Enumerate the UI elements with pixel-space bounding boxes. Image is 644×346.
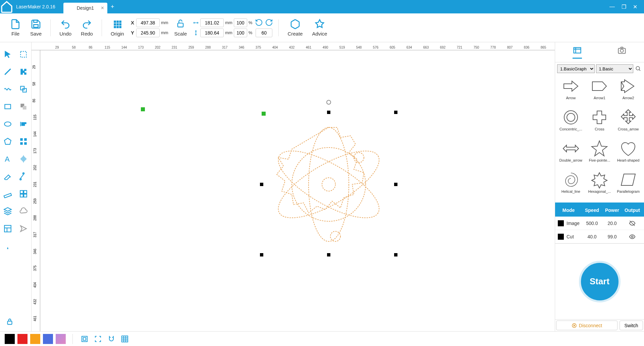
curve-tool[interactable] bbox=[1, 83, 14, 96]
tabs-area: Design1 × + bbox=[63, 0, 118, 13]
combine-tool[interactable] bbox=[17, 100, 30, 113]
width-pct-input[interactable] bbox=[234, 18, 247, 27]
color-swatch[interactable] bbox=[30, 334, 40, 344]
selection-handle-s[interactable] bbox=[327, 253, 330, 256]
selection-handle-w[interactable] bbox=[260, 183, 263, 186]
eraser-tool[interactable] bbox=[1, 170, 14, 183]
save-button[interactable]: Save bbox=[27, 19, 45, 37]
layers-tool[interactable] bbox=[1, 205, 14, 218]
selection-handle-n[interactable] bbox=[327, 111, 330, 114]
color-swatch[interactable] bbox=[43, 334, 53, 344]
height-input[interactable] bbox=[200, 28, 224, 37]
shape-arrow[interactable]: Arrow bbox=[557, 77, 585, 107]
design-object[interactable] bbox=[258, 114, 399, 255]
layer-row[interactable]: Cut40.099.0 bbox=[555, 230, 644, 243]
anchor-point[interactable] bbox=[141, 107, 145, 111]
rotate-ccw-icon[interactable] bbox=[255, 18, 263, 28]
redo-button[interactable]: Redo bbox=[77, 19, 96, 37]
line-tool[interactable] bbox=[1, 65, 14, 78]
svg-rect-26 bbox=[20, 142, 23, 145]
grid-tool[interactable] bbox=[17, 135, 30, 148]
shape-five-pointe...[interactable]: Five-pointe... bbox=[586, 139, 613, 169]
rect-tool[interactable] bbox=[1, 100, 14, 113]
minimize-icon[interactable]: — bbox=[609, 4, 615, 10]
grid-toggle-icon[interactable] bbox=[120, 334, 130, 344]
polygon-tool[interactable] bbox=[1, 135, 14, 148]
visibility-icon[interactable] bbox=[622, 220, 642, 227]
close-icon[interactable]: × bbox=[101, 5, 104, 11]
undo-button[interactable]: Undo bbox=[56, 19, 75, 37]
text-tool[interactable]: A bbox=[1, 153, 14, 165]
send-tool[interactable] bbox=[17, 222, 30, 235]
fit-icon[interactable] bbox=[79, 334, 90, 344]
camera-tab-icon[interactable] bbox=[617, 46, 627, 59]
selection-handle-e[interactable] bbox=[394, 183, 397, 186]
start-button[interactable]: Start bbox=[579, 261, 621, 302]
marquee-tool[interactable] bbox=[17, 48, 30, 61]
selection-handle-se[interactable] bbox=[394, 253, 397, 256]
scale-button[interactable]: Scale bbox=[171, 19, 191, 37]
shape-hexagonal_...[interactable]: Hexagonal_... bbox=[586, 171, 613, 200]
tab-design1[interactable]: Design1 × bbox=[63, 3, 107, 13]
cloud-tool[interactable] bbox=[17, 205, 30, 218]
add-tab-button[interactable]: + bbox=[107, 3, 118, 10]
height-pct-input[interactable] bbox=[234, 28, 247, 37]
canvas-area[interactable]: mm 2958861151441732022312592883173463754… bbox=[32, 42, 555, 331]
trace-tool[interactable] bbox=[17, 170, 30, 183]
layout-tool[interactable] bbox=[1, 222, 14, 235]
origin-button[interactable]: Origin bbox=[107, 19, 127, 37]
puzzle-tool[interactable] bbox=[17, 65, 30, 78]
shape-arrow2[interactable]: Arrow2 bbox=[614, 77, 642, 107]
home-icon[interactable] bbox=[0, 0, 13, 13]
ellipse-tool[interactable] bbox=[1, 118, 14, 130]
ruler-tool[interactable] bbox=[1, 187, 14, 200]
search-icon[interactable] bbox=[635, 65, 642, 72]
disconnect-button[interactable]: Disconnect bbox=[556, 321, 618, 330]
rotate-input[interactable] bbox=[256, 28, 272, 37]
rotate-handle[interactable] bbox=[326, 100, 331, 105]
x-unit: mm bbox=[161, 20, 168, 25]
canvas-inner[interactable] bbox=[40, 50, 555, 331]
create-button[interactable]: Create bbox=[284, 19, 306, 37]
color-swatch[interactable] bbox=[56, 334, 66, 344]
color-swatch[interactable] bbox=[5, 334, 15, 344]
shape-parallelogram[interactable]: Parallelogram bbox=[614, 171, 642, 200]
array-tool[interactable] bbox=[17, 187, 30, 200]
switch-button[interactable]: Switch bbox=[620, 321, 643, 330]
laser-tool[interactable] bbox=[1, 240, 14, 252]
shape-double_arrow[interactable]: Double_arrow bbox=[557, 139, 585, 169]
shape-helical_line[interactable]: Helical_line bbox=[557, 171, 585, 200]
visibility-icon[interactable] bbox=[622, 233, 642, 240]
select-tool[interactable] bbox=[1, 48, 14, 61]
magnet-icon[interactable] bbox=[106, 334, 116, 344]
shape-heart-shaped[interactable]: Heart-shaped bbox=[614, 139, 642, 169]
shape-arrow1[interactable]: Arrow1 bbox=[586, 77, 613, 107]
shape-tool[interactable] bbox=[17, 83, 30, 96]
selection-handle-ne[interactable] bbox=[394, 111, 397, 114]
y-input[interactable] bbox=[136, 28, 160, 37]
file-button[interactable]: File bbox=[7, 19, 24, 37]
category-select[interactable]: 1.BasicGraph bbox=[557, 64, 595, 73]
svg-point-56 bbox=[632, 236, 633, 237]
shape-cross[interactable]: Cross bbox=[586, 108, 613, 138]
shape-concentric_...[interactable]: Concentric_... bbox=[557, 108, 585, 138]
maximize-icon[interactable]: ❐ bbox=[622, 4, 626, 10]
mirror-tool[interactable] bbox=[17, 153, 30, 165]
width-input[interactable] bbox=[200, 18, 224, 27]
selection-handle-sw[interactable] bbox=[260, 253, 263, 256]
zoom-icon[interactable] bbox=[93, 334, 103, 344]
create-label: Create bbox=[287, 31, 303, 37]
shape-cross_arrow[interactable]: Cross_arrow bbox=[614, 108, 642, 138]
lock-toolbar-icon[interactable] bbox=[3, 315, 16, 328]
library-tab-icon[interactable] bbox=[573, 46, 582, 59]
x-input[interactable] bbox=[136, 18, 160, 27]
close-window-icon[interactable]: ✕ bbox=[633, 4, 637, 10]
color-swatch[interactable] bbox=[17, 334, 28, 344]
origin-label: Origin bbox=[111, 31, 124, 37]
align-tool[interactable] bbox=[17, 118, 30, 130]
rotate-cw-icon[interactable] bbox=[265, 18, 273, 28]
advice-button[interactable]: Advice bbox=[309, 19, 330, 37]
layer-row[interactable]: Image500.020.0 bbox=[555, 217, 644, 230]
shapes-grid: ArrowArrow1Arrow2Concentric_...CrossCros… bbox=[555, 75, 644, 203]
subcategory-select[interactable]: 1.Basic bbox=[596, 64, 634, 73]
